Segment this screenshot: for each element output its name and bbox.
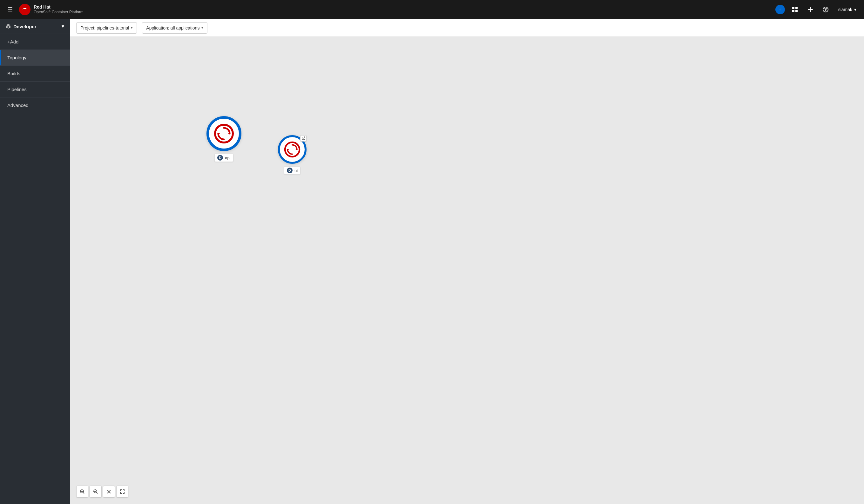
help-button[interactable] <box>820 4 831 15</box>
svg-rect-3 <box>792 10 794 12</box>
brand-text: Red Hat OpenShift Container Platform <box>34 4 84 14</box>
brand-name: Red Hat <box>34 4 84 10</box>
notifications-button[interactable]: ↑ <box>776 5 785 14</box>
node-ui-name: ui <box>295 168 298 173</box>
node-ui-type-badge: D <box>287 168 292 173</box>
external-link-badge[interactable] <box>300 135 307 142</box>
project-filter-label: Project: pipelines-tutorial <box>80 25 129 30</box>
main-layout: Developer ▾ +Add Topology Builds Pipelin… <box>0 19 864 504</box>
sidebar-item-advanced[interactable]: Advanced <box>0 97 70 113</box>
node-api-label: D api <box>214 153 233 162</box>
nav-actions: ↑ siamak ▾ <box>776 4 859 15</box>
perspective-chevron-icon: ▾ <box>62 24 64 29</box>
upload-icon: ↑ <box>779 7 781 12</box>
node-api[interactable]: D api <box>206 116 241 162</box>
redhat-logo <box>19 4 31 15</box>
perspective-label: Developer <box>13 24 37 29</box>
sidebar: Developer ▾ +Add Topology Builds Pipelin… <box>0 19 70 504</box>
zoom-out-icon <box>93 489 98 494</box>
project-chevron-icon: ▾ <box>131 26 133 30</box>
grid-icon <box>792 7 798 12</box>
application-filter-dropdown[interactable]: Application: all applications ▾ <box>142 22 207 34</box>
top-navigation: ☰ Red Hat OpenShift Container Platform ↑ <box>0 0 864 19</box>
application-chevron-icon: ▾ <box>201 26 203 30</box>
sidebar-item-builds[interactable]: Builds <box>0 66 70 81</box>
node-api-type-badge: D <box>217 155 223 161</box>
node-api-name: api <box>225 156 230 160</box>
svg-point-6 <box>825 11 826 11</box>
topology-canvas[interactable]: D api <box>70 37 864 504</box>
plus-icon <box>807 7 813 12</box>
svg-rect-4 <box>795 10 797 12</box>
node-ui-circle[interactable] <box>278 135 307 164</box>
application-filter-label: Application: all applications <box>146 25 200 30</box>
question-icon <box>823 7 828 12</box>
hamburger-menu-button[interactable]: ☰ <box>5 4 15 15</box>
project-filter-dropdown[interactable]: Project: pipelines-tutorial ▾ <box>76 22 137 34</box>
app-launcher-button[interactable] <box>790 4 800 15</box>
openshift-sync-icon-ui <box>284 141 300 158</box>
brand-logo-area: Red Hat OpenShift Container Platform <box>19 4 771 15</box>
svg-point-0 <box>19 4 31 15</box>
external-link-icon <box>301 136 305 140</box>
reset-view-button[interactable] <box>103 485 115 497</box>
sidebar-item-topology[interactable]: Topology <box>0 50 70 65</box>
fit-view-button[interactable] <box>116 485 128 497</box>
perspective-icon <box>6 24 11 29</box>
map-controls <box>76 485 128 497</box>
sidebar-item-pipelines[interactable]: Pipelines <box>0 82 70 97</box>
node-ui-label: D ui <box>284 166 300 174</box>
create-button[interactable] <box>805 4 815 15</box>
reset-icon <box>106 489 111 494</box>
username-label: siamak <box>838 7 852 12</box>
user-chevron-icon: ▾ <box>854 7 856 12</box>
fit-icon <box>120 489 125 494</box>
perspective-switcher[interactable]: Developer ▾ <box>0 19 70 34</box>
svg-line-16 <box>83 493 84 494</box>
svg-line-20 <box>97 493 98 494</box>
node-ui[interactable]: D ui <box>278 135 307 174</box>
zoom-out-button[interactable] <box>89 485 101 497</box>
brand-subtitle: OpenShift Container Platform <box>34 10 84 14</box>
zoom-in-button[interactable] <box>76 485 88 497</box>
openshift-sync-icon <box>214 123 234 144</box>
user-menu[interactable]: siamak ▾ <box>836 6 859 13</box>
topology-toolbar: Project: pipelines-tutorial ▾ Applicatio… <box>70 19 864 37</box>
svg-rect-2 <box>795 7 797 9</box>
zoom-in-icon <box>80 489 85 494</box>
content-area: Project: pipelines-tutorial ▾ Applicatio… <box>70 19 864 504</box>
node-api-circle[interactable] <box>206 116 241 151</box>
svg-rect-1 <box>792 7 794 9</box>
sidebar-item-add[interactable]: +Add <box>0 34 70 50</box>
